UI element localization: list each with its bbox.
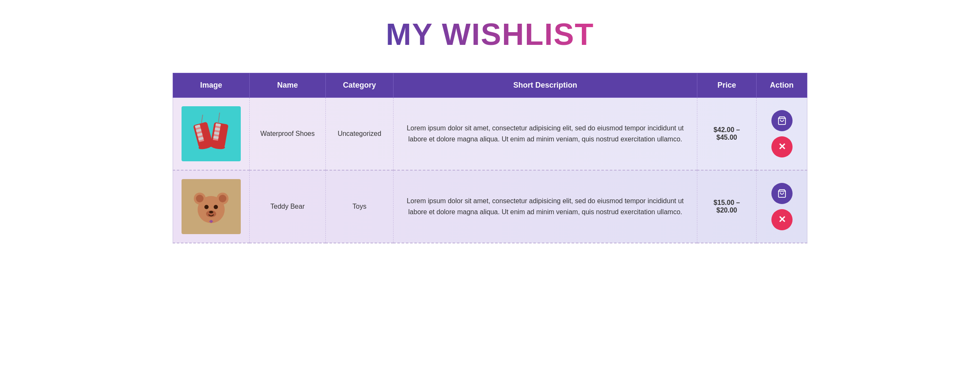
add-to-cart-button-0[interactable] xyxy=(771,110,793,131)
col-header-price: Price xyxy=(697,73,757,98)
col-header-category: Category xyxy=(326,73,394,98)
remove-icon-0: ✕ xyxy=(778,142,786,152)
product-image-shoes xyxy=(182,106,241,161)
remove-item-button-1[interactable]: ✕ xyxy=(771,209,793,230)
product-description-1: Lorem ipsum dolor sit amet, consectetur … xyxy=(394,170,697,243)
wishlist-table: Image Name Category Short Description Pr… xyxy=(173,73,807,243)
svg-point-20 xyxy=(196,195,204,202)
col-header-name: Name xyxy=(250,73,326,98)
table-row: Teddy BearToysLorem ipsum dolor sit amet… xyxy=(173,170,807,243)
add-to-cart-button-1[interactable] xyxy=(771,183,793,204)
col-header-description: Short Description xyxy=(394,73,697,98)
product-price-1: $15.00 –$20.00 xyxy=(697,170,757,243)
product-action-0: ✕ xyxy=(757,98,807,171)
product-description-0: Lorem ipsum dolor sit amet, consectetur … xyxy=(394,98,697,171)
product-name-0: Waterproof Shoes xyxy=(250,98,326,171)
col-header-action: Action xyxy=(757,73,807,98)
svg-point-22 xyxy=(204,205,209,209)
product-image-cell-1 xyxy=(173,170,250,243)
svg-point-25 xyxy=(209,211,213,213)
remove-item-button-0[interactable]: ✕ xyxy=(771,136,793,157)
product-price-0: $42.00 –$45.00 xyxy=(697,98,757,171)
svg-line-14 xyxy=(201,115,203,123)
page-title: MY WISHLIST xyxy=(386,17,595,52)
action-buttons-0: ✕ xyxy=(765,110,798,157)
product-category-1: Toys xyxy=(326,170,394,243)
table-row: Waterproof ShoesUncategorizedLorem ipsum… xyxy=(173,98,807,171)
svg-point-21 xyxy=(219,195,226,202)
product-action-1: ✕ xyxy=(757,170,807,243)
action-buttons-1: ✕ xyxy=(765,183,798,230)
table-header-row: Image Name Category Short Description Pr… xyxy=(173,73,807,98)
remove-icon-1: ✕ xyxy=(778,215,786,224)
col-header-image: Image xyxy=(173,73,250,98)
svg-line-15 xyxy=(218,113,220,123)
product-image-bear xyxy=(182,179,241,234)
product-image-cell-0 xyxy=(173,98,250,171)
product-name-1: Teddy Bear xyxy=(250,170,326,243)
svg-point-23 xyxy=(214,205,218,209)
product-category-0: Uncategorized xyxy=(326,98,394,171)
